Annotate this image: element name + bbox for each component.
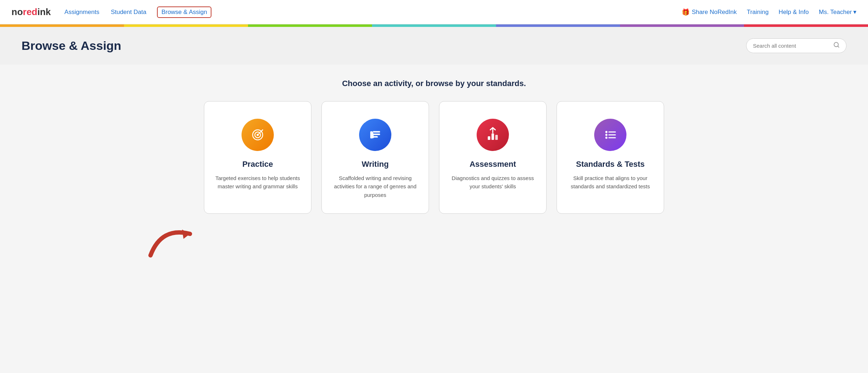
rainbow-segment-2 xyxy=(124,24,248,27)
assessment-title: Assessment xyxy=(469,160,516,169)
card-standards[interactable]: Standards & Tests Skill practice that al… xyxy=(557,101,664,214)
svg-rect-11 xyxy=(370,131,373,138)
rainbow-segment-3 xyxy=(248,24,372,27)
nav-help-info[interactable]: Help & Info xyxy=(779,9,809,16)
rainbow-segment-4 xyxy=(372,24,496,27)
practice-title: Practice xyxy=(242,160,273,169)
search-box[interactable] xyxy=(746,38,846,53)
svg-rect-15 xyxy=(488,136,490,140)
card-assessment[interactable]: Assessment Diagnostics and quizzes to as… xyxy=(439,101,547,214)
standards-desc: Skill practice that aligns to your stand… xyxy=(567,174,654,191)
practice-icon-circle xyxy=(242,119,274,151)
chevron-down-icon: ▾ xyxy=(853,8,857,16)
logo-red: red xyxy=(23,6,37,17)
svg-point-23 xyxy=(605,137,607,139)
page-title: Browse & Assign xyxy=(22,39,121,53)
writing-title: Writing xyxy=(362,160,388,169)
rainbow-segment-5 xyxy=(496,24,620,27)
page-header: Browse & Assign xyxy=(0,27,868,65)
rainbow-bar xyxy=(0,24,868,27)
card-writing[interactable]: Writing Scaffolded writing and revising … xyxy=(321,101,429,214)
search-input[interactable] xyxy=(753,43,833,49)
gift-icon: 🎁 xyxy=(682,8,690,16)
choose-heading: Choose an activity, or browse by your st… xyxy=(22,79,846,88)
assessment-desc: Diagnostics and quizzes to assess your s… xyxy=(449,174,536,191)
nav-share-label: Share NoRedInk xyxy=(692,9,737,16)
nav-browse-assign[interactable]: Browse & Assign xyxy=(157,6,211,18)
search-icon xyxy=(833,42,840,50)
assessment-icon-circle xyxy=(477,119,509,151)
svg-rect-17 xyxy=(495,135,498,140)
nav-left: Assignments Student Data Browse & Assign xyxy=(64,6,211,18)
cards-row: Practice Targeted exercises to help stud… xyxy=(22,101,846,214)
writing-desc: Scaffolded writing and revising activiti… xyxy=(332,174,419,199)
rainbow-segment-7 xyxy=(744,24,868,27)
logo[interactable]: noredink xyxy=(11,6,51,18)
nav-training[interactable]: Training xyxy=(747,9,769,16)
practice-desc: Targeted exercises to help students mast… xyxy=(214,174,301,191)
nav-right: 🎁 Share NoRedInk Training Help & Info Ms… xyxy=(682,8,857,16)
nav-share[interactable]: 🎁 Share NoRedInk xyxy=(682,8,737,16)
svg-rect-16 xyxy=(492,133,494,140)
svg-line-6 xyxy=(258,131,262,135)
rainbow-segment-6 xyxy=(620,24,744,27)
svg-line-1 xyxy=(838,46,839,47)
svg-marker-25 xyxy=(182,230,190,239)
rainbow-segment-1 xyxy=(0,24,124,27)
writing-icon-circle xyxy=(359,119,391,151)
arrow-overlay xyxy=(140,205,211,263)
svg-point-19 xyxy=(605,131,607,133)
navbar: noredink Assignments Student Data Browse… xyxy=(0,0,868,24)
standards-title: Standards & Tests xyxy=(576,160,645,169)
main-content: Choose an activity, or browse by your st… xyxy=(0,65,868,373)
logo-ink: ink xyxy=(37,6,51,17)
nav-teacher-label: Ms. Teacher xyxy=(819,9,852,16)
logo-no: no xyxy=(11,6,23,17)
nav-teacher-dropdown[interactable]: Ms. Teacher ▾ xyxy=(819,8,857,16)
standards-icon-circle xyxy=(594,119,626,151)
nav-assignments[interactable]: Assignments xyxy=(64,7,100,17)
nav-student-data[interactable]: Student Data xyxy=(110,7,147,17)
svg-point-21 xyxy=(605,134,607,136)
card-practice[interactable]: Practice Targeted exercises to help stud… xyxy=(204,101,311,214)
